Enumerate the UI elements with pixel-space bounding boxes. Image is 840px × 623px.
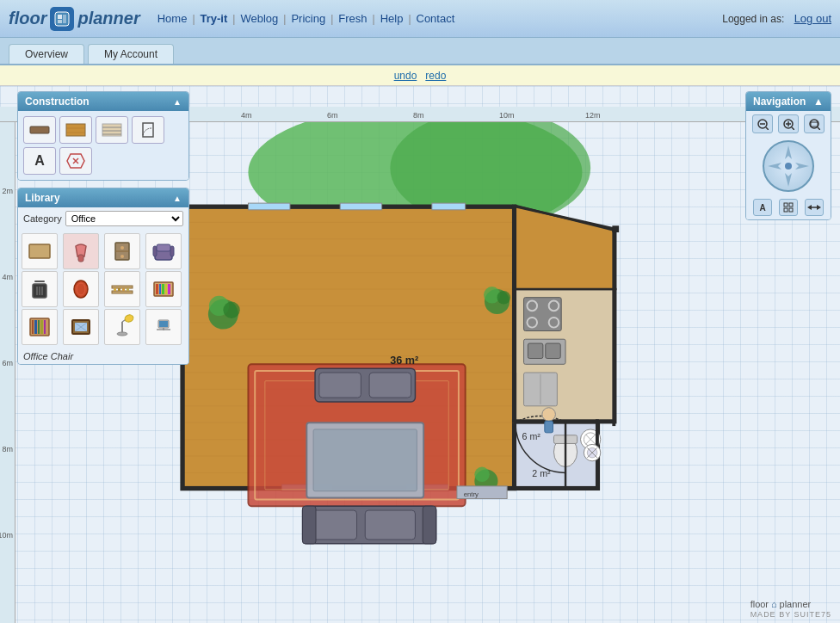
- nav-panel-header[interactable]: Navigation ▲: [746, 92, 831, 111]
- lib-item-deskset[interactable]: [145, 309, 182, 345]
- library-collapse-arrow: ▲: [173, 194, 182, 203]
- category-select[interactable]: Office Kitchen Bedroom Living Room Bathr…: [65, 211, 183, 226]
- svg-marker-165: [795, 163, 809, 170]
- library-title: Library: [25, 192, 60, 204]
- svg-rect-126: [122, 288, 125, 291]
- nav-weblog[interactable]: Weblog: [240, 12, 278, 25]
- selected-item-label: Office Chair: [18, 349, 188, 364]
- svg-rect-105: [29, 244, 50, 258]
- logo-text-planner: planner: [77, 9, 139, 28]
- ruler-v-4m: 4m: [2, 273, 13, 281]
- tool-wall[interactable]: [23, 116, 56, 144]
- brand-text2: planner: [780, 599, 812, 609]
- svg-rect-131: [162, 284, 164, 294]
- svg-rect-139: [44, 320, 46, 334]
- svg-text:36 m²: 36 m²: [390, 355, 418, 367]
- svg-rect-60: [512, 419, 615, 423]
- svg-marker-162: [785, 145, 792, 159]
- lib-item-bookshelf1[interactable]: [145, 271, 182, 307]
- construction-tools: A: [18, 111, 188, 180]
- left-panel: Construction ▲: [17, 91, 189, 365]
- brand-icon: ⌂: [771, 599, 777, 609]
- lib-item-bookshelf2[interactable]: [22, 309, 58, 345]
- nav-btn-grid[interactable]: [779, 199, 798, 216]
- nav-contact[interactable]: Contact: [417, 12, 455, 25]
- nav-pricing[interactable]: Pricing: [291, 12, 325, 25]
- logged-in-label: Logged in as:: [722, 13, 784, 25]
- svg-point-166: [785, 163, 792, 170]
- nav-fresh[interactable]: Fresh: [338, 12, 367, 25]
- main-nav: Home | Try-it | Weblog | Pricing | Fresh…: [158, 12, 455, 25]
- brand-sub: MADE BY SUITE75: [750, 610, 831, 619]
- svg-point-79: [497, 291, 511, 305]
- svg-rect-93: [30, 126, 49, 133]
- svg-rect-127: [127, 288, 129, 291]
- tool-stairs[interactable]: [96, 116, 128, 144]
- footer-brand: floor ⌂ planner MADE BY SUITE75: [750, 599, 831, 619]
- ruler-v-10m: 10m: [0, 531, 13, 540]
- svg-rect-124: [114, 288, 116, 291]
- svg-rect-170: [789, 208, 793, 212]
- svg-point-110: [120, 255, 124, 258]
- svg-rect-66: [369, 373, 411, 398]
- svg-rect-73: [423, 506, 436, 544]
- tab-overview[interactable]: Overview: [9, 44, 84, 64]
- svg-rect-113: [170, 246, 174, 256]
- lib-item-shelf[interactable]: [104, 271, 140, 307]
- redo-link[interactable]: redo: [425, 70, 446, 82]
- subheader: Overview My Account: [0, 38, 840, 65]
- nav-compass: [746, 137, 831, 195]
- tool-delete[interactable]: [59, 147, 92, 175]
- svg-rect-138: [40, 320, 43, 334]
- lib-item-trashcan[interactable]: [22, 271, 58, 307]
- svg-rect-132: [165, 284, 167, 294]
- nav-panel-box: Navigation ▲: [745, 91, 831, 220]
- zoom-fit-btn[interactable]: [804, 114, 825, 133]
- svg-rect-71: [365, 510, 415, 540]
- nav-tryit[interactable]: Try-it: [201, 12, 228, 25]
- logo-text-floor: floor: [9, 9, 46, 28]
- svg-rect-137: [38, 320, 40, 334]
- lib-item-vase[interactable]: [63, 271, 99, 307]
- svg-rect-123: [112, 291, 133, 293]
- nav-bottom-row: A: [746, 195, 831, 219]
- nav-help[interactable]: Help: [380, 12, 404, 25]
- compass-widget[interactable]: [763, 140, 814, 192]
- tool-floor[interactable]: [59, 116, 92, 144]
- logout-link[interactable]: Log out: [794, 12, 831, 25]
- zoom-out-btn[interactable]: [752, 114, 773, 133]
- svg-rect-161: [811, 122, 818, 126]
- svg-rect-39: [546, 343, 560, 358]
- svg-rect-125: [118, 288, 120, 291]
- lib-item-armchair[interactable]: [145, 233, 182, 269]
- tab-myaccount[interactable]: My Account: [88, 44, 174, 64]
- nav-panel-arrow: ▲: [813, 96, 824, 108]
- undo-redo-bar: undo redo: [0, 65, 840, 86]
- nav-btn-arrows[interactable]: [805, 199, 824, 216]
- svg-rect-65: [319, 373, 361, 398]
- svg-marker-172: [817, 205, 821, 210]
- svg-rect-135: [32, 320, 34, 334]
- undo-link[interactable]: undo: [394, 70, 417, 82]
- lib-item-filing[interactable]: [104, 233, 140, 269]
- construction-panel-header[interactable]: Construction ▲: [18, 92, 188, 111]
- svg-rect-38: [528, 343, 542, 358]
- lib-item-chair[interactable]: [63, 233, 99, 269]
- lib-item-frame[interactable]: [63, 309, 99, 345]
- svg-point-146: [124, 314, 134, 324]
- nav-home[interactable]: Home: [158, 12, 188, 25]
- ruler-left: 2m 4m 6m 8m 10m: [0, 122, 15, 623]
- library-panel-header[interactable]: Library ▲: [18, 188, 188, 207]
- svg-point-109: [120, 246, 124, 250]
- tool-text[interactable]: A: [23, 147, 56, 175]
- lib-item-desk[interactable]: [22, 233, 58, 269]
- nav-btn-a[interactable]: A: [753, 199, 772, 216]
- svg-rect-133: [168, 284, 170, 294]
- construction-title: Construction: [25, 96, 90, 108]
- library-items-grid: [18, 230, 188, 349]
- zoom-in-btn[interactable]: [778, 114, 799, 133]
- tool-door[interactable]: [132, 116, 164, 144]
- lib-item-desklamp[interactable]: [104, 309, 140, 345]
- ruler-6m: 6m: [327, 111, 338, 120]
- svg-marker-163: [785, 173, 792, 187]
